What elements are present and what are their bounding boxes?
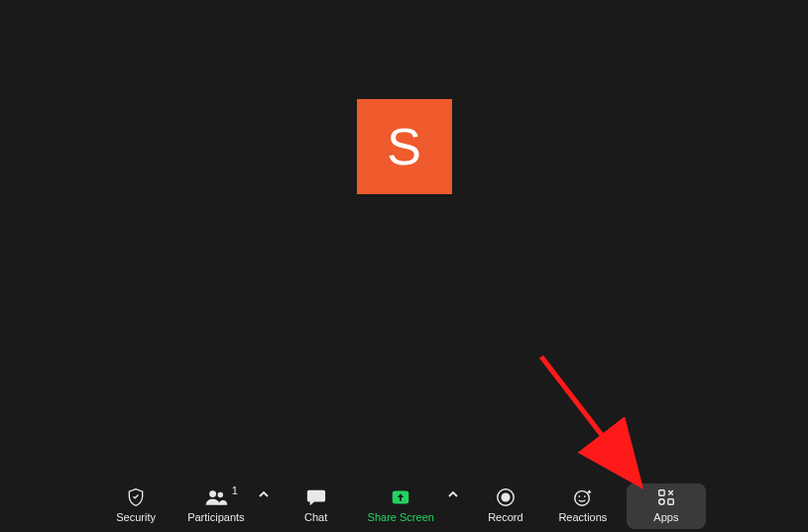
apps-button[interactable]: Apps: [627, 483, 706, 529]
chat-icon: [305, 486, 327, 508]
reactions-icon: [572, 486, 594, 508]
svg-rect-9: [668, 499, 673, 504]
svg-point-0: [209, 490, 216, 497]
video-area: S: [0, 0, 808, 480]
apps-icon: [656, 486, 676, 508]
svg-point-5: [575, 491, 590, 506]
share-screen-button[interactable]: Share Screen: [360, 483, 442, 529]
chevron-up-icon: [448, 489, 458, 499]
reactions-label: Reactions: [558, 510, 607, 524]
chat-label: Chat: [304, 510, 327, 524]
security-button[interactable]: Security: [102, 483, 170, 529]
svg-point-6: [578, 495, 580, 497]
meeting-toolbar: Security 1 Participants: [0, 480, 808, 532]
participants-cluster: 1 Participants: [179, 483, 272, 529]
chat-button[interactable]: Chat: [283, 483, 350, 529]
record-button[interactable]: Record: [472, 483, 539, 529]
security-label: Security: [116, 510, 156, 524]
participants-caret-button[interactable]: [255, 483, 273, 529]
share-screen-caret-button[interactable]: [444, 483, 462, 529]
svg-point-10: [659, 499, 664, 504]
participants-label: Participants: [187, 510, 244, 524]
participants-count-badge: 1: [232, 484, 238, 496]
participants-icon: 1: [204, 486, 228, 508]
record-icon: [496, 486, 516, 508]
chevron-up-icon: [259, 489, 269, 499]
apps-label: Apps: [653, 510, 678, 524]
participant-avatar: S: [357, 99, 452, 194]
share-screen-cluster: Share Screen: [360, 483, 462, 529]
share-screen-label: Share Screen: [368, 510, 434, 524]
svg-point-1: [217, 492, 222, 497]
svg-point-7: [584, 495, 586, 497]
record-label: Record: [488, 510, 522, 524]
shield-icon: [126, 486, 146, 508]
reactions-button[interactable]: Reactions: [549, 483, 617, 529]
participants-button[interactable]: 1 Participants: [179, 483, 252, 529]
avatar-initial: S: [387, 117, 421, 176]
share-screen-icon: [390, 486, 411, 508]
svg-point-4: [501, 492, 510, 501]
svg-rect-8: [659, 490, 664, 495]
